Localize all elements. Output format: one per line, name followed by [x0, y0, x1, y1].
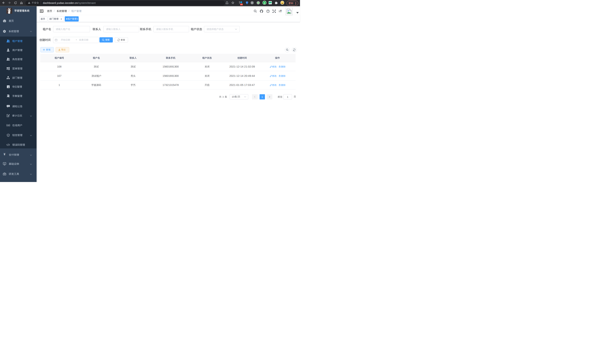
svg-text:y: y — [264, 1, 265, 4]
svg-text:?: ? — [267, 10, 268, 12]
